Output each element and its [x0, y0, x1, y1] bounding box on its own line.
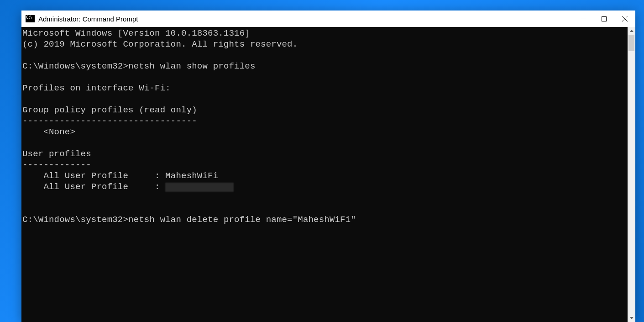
svg-rect-1 [602, 16, 606, 21]
profile-row-1: All User Profile : MaheshWiFi [22, 170, 628, 181]
scroll-down-arrow[interactable] [628, 314, 635, 322]
prompt-line-2: C:\Windows\system32>netsh wlan delete pr… [22, 214, 628, 225]
cmd-icon [26, 15, 35, 22]
profile-name: MaheshWiFi [165, 171, 218, 181]
scroll-up-arrow[interactable] [628, 27, 635, 35]
user-profiles-header: User profiles [22, 148, 628, 159]
desktop-background: Administrator: Command Prompt Microsoft … [0, 0, 644, 322]
command-text: netsh wlan delete profile name="MaheshWi… [128, 215, 356, 225]
interface-header: Profiles on interface Wi-Fi: [22, 83, 628, 94]
profile-row-2: All User Profile : [22, 181, 628, 192]
prompt-line-1: C:\Windows\system32>netsh wlan show prof… [22, 61, 628, 72]
profile-label: All User Profile : [22, 171, 165, 181]
cmd-window: Administrator: Command Prompt Microsoft … [21, 11, 635, 322]
maximize-button[interactable] [593, 11, 614, 27]
separator: ------------- [22, 159, 628, 170]
prompt-path: C:\Windows\system32> [22, 61, 128, 71]
group-policy-header: Group policy profiles (read only) [22, 105, 628, 116]
terminal-output[interactable]: Microsoft Windows [Version 10.0.18363.13… [21, 27, 628, 322]
scrollbar-track[interactable] [628, 35, 635, 314]
scrollbar-thumb[interactable] [628, 35, 634, 51]
group-policy-none: <None> [22, 127, 628, 137]
profile-label: All User Profile : [22, 182, 165, 192]
os-version-line: Microsoft Windows [Version 10.0.18363.13… [22, 28, 628, 39]
prompt-path: C:\Windows\system32> [22, 215, 128, 225]
close-button[interactable] [614, 11, 635, 27]
titlebar[interactable]: Administrator: Command Prompt [21, 11, 635, 27]
client-area: Microsoft Windows [Version 10.0.18363.13… [21, 27, 635, 322]
command-text: netsh wlan show profiles [128, 61, 255, 71]
separator: --------------------------------- [22, 116, 628, 127]
minimize-button[interactable] [572, 11, 593, 27]
copyright-line: (c) 2019 Microsoft Corporation. All righ… [22, 39, 628, 50]
vertical-scrollbar[interactable] [628, 27, 635, 322]
window-title: Administrator: Command Prompt [38, 15, 138, 23]
redacted-profile-name [165, 183, 234, 192]
